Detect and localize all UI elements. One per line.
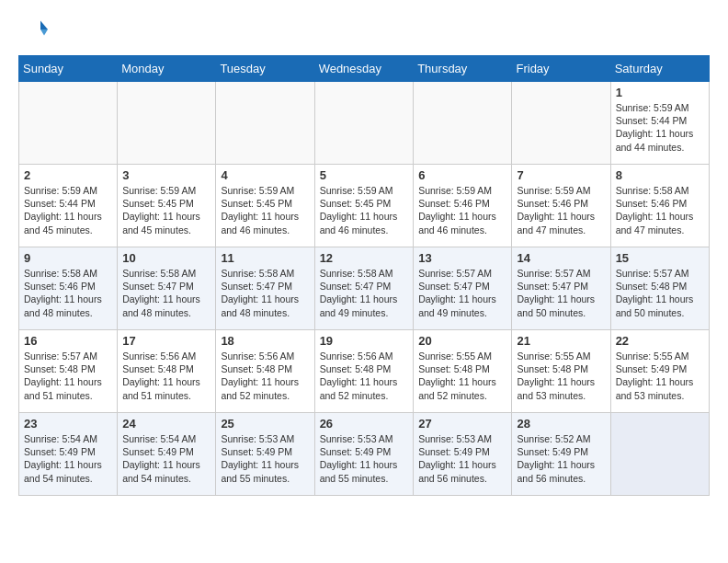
calendar-cell: 22Sunrise: 5:55 AM Sunset: 5:49 PM Dayli… [610,330,709,413]
day-number: 18 [221,334,309,348]
day-info: Sunrise: 5:56 AM Sunset: 5:48 PM Dayligh… [320,350,409,402]
day-number: 17 [122,334,210,348]
calendar-cell: 8Sunrise: 5:58 AM Sunset: 5:46 PM Daylig… [610,165,709,247]
day-info: Sunrise: 5:56 AM Sunset: 5:48 PM Dayligh… [122,350,210,402]
calendar-cell: 23Sunrise: 5:54 AM Sunset: 5:49 PM Dayli… [19,413,118,496]
calendar: SundayMondayTuesdayWednesdayThursdayFrid… [18,55,710,496]
day-number: 21 [517,334,605,348]
day-number: 9 [24,251,112,265]
day-number: 24 [122,417,210,431]
day-number: 5 [320,168,409,182]
week-row-3: 9Sunrise: 5:58 AM Sunset: 5:46 PM Daylig… [19,247,710,330]
day-info: Sunrise: 5:54 AM Sunset: 5:49 PM Dayligh… [24,432,112,485]
calendar-cell: 9Sunrise: 5:58 AM Sunset: 5:46 PM Daylig… [19,247,118,330]
day-header-wednesday: Wednesday [314,56,414,82]
calendar-cell: 10Sunrise: 5:58 AM Sunset: 5:47 PM Dayli… [118,247,216,330]
day-header-saturday: Saturday [610,56,709,82]
calendar-cell: 15Sunrise: 5:57 AM Sunset: 5:48 PM Dayli… [610,247,709,330]
day-header-friday: Friday [512,56,610,82]
day-info: Sunrise: 5:59 AM Sunset: 5:45 PM Dayligh… [320,184,409,236]
calendar-cell [512,82,610,165]
week-row-2: 2Sunrise: 5:59 AM Sunset: 5:44 PM Daylig… [19,165,710,247]
week-row-4: 16Sunrise: 5:57 AM Sunset: 5:48 PM Dayli… [19,330,710,413]
day-info: Sunrise: 5:58 AM Sunset: 5:47 PM Dayligh… [221,267,309,319]
calendar-cell: 12Sunrise: 5:58 AM Sunset: 5:47 PM Dayli… [314,247,414,330]
day-info: Sunrise: 5:55 AM Sunset: 5:48 PM Dayligh… [418,350,506,402]
day-header-sunday: Sunday [19,56,118,82]
day-number: 3 [122,168,210,182]
calendar-cell: 20Sunrise: 5:55 AM Sunset: 5:48 PM Dayli… [414,330,512,413]
day-number: 22 [616,334,704,348]
calendar-cell: 25Sunrise: 5:53 AM Sunset: 5:49 PM Dayli… [216,413,314,496]
calendar-cell: 27Sunrise: 5:53 AM Sunset: 5:49 PM Dayli… [414,413,512,496]
day-number: 23 [24,417,112,431]
day-number: 8 [616,168,704,182]
calendar-cell: 26Sunrise: 5:53 AM Sunset: 5:49 PM Dayli… [314,413,414,496]
day-header-monday: Monday [118,56,216,82]
calendar-cell [314,82,414,165]
day-info: Sunrise: 5:54 AM Sunset: 5:49 PM Dayligh… [122,432,210,485]
calendar-cell [118,82,216,165]
calendar-cell: 14Sunrise: 5:57 AM Sunset: 5:47 PM Dayli… [512,247,610,330]
calendar-cell: 2Sunrise: 5:59 AM Sunset: 5:44 PM Daylig… [19,165,118,247]
day-number: 20 [418,334,506,348]
logo [18,15,51,44]
day-info: Sunrise: 5:59 AM Sunset: 5:45 PM Dayligh… [221,184,309,236]
day-info: Sunrise: 5:59 AM Sunset: 5:46 PM Dayligh… [517,184,605,236]
calendar-cell: 3Sunrise: 5:59 AM Sunset: 5:45 PM Daylig… [118,165,216,247]
calendar-header-row: SundayMondayTuesdayWednesdayThursdayFrid… [19,56,710,82]
svg-marker-0 [40,20,48,29]
day-number: 28 [517,417,605,431]
day-number: 19 [320,334,409,348]
calendar-cell: 5Sunrise: 5:59 AM Sunset: 5:45 PM Daylig… [314,165,414,247]
day-number: 10 [122,251,210,265]
page-header [18,15,710,44]
week-row-1: 1Sunrise: 5:59 AM Sunset: 5:44 PM Daylig… [19,82,710,165]
day-number: 14 [517,251,605,265]
day-info: Sunrise: 5:53 AM Sunset: 5:49 PM Dayligh… [418,432,506,485]
day-number: 6 [418,168,506,182]
day-info: Sunrise: 5:58 AM Sunset: 5:47 PM Dayligh… [320,267,409,319]
day-number: 4 [221,168,309,182]
calendar-cell: 6Sunrise: 5:59 AM Sunset: 5:46 PM Daylig… [414,165,512,247]
calendar-cell: 28Sunrise: 5:52 AM Sunset: 5:49 PM Dayli… [512,413,610,496]
calendar-cell: 19Sunrise: 5:56 AM Sunset: 5:48 PM Dayli… [314,330,414,413]
day-number: 13 [418,251,506,265]
calendar-cell: 17Sunrise: 5:56 AM Sunset: 5:48 PM Dayli… [118,330,216,413]
day-info: Sunrise: 5:57 AM Sunset: 5:47 PM Dayligh… [517,267,605,319]
day-number: 15 [616,251,704,265]
calendar-cell [19,82,118,165]
week-row-5: 23Sunrise: 5:54 AM Sunset: 5:49 PM Dayli… [19,413,710,496]
day-info: Sunrise: 5:59 AM Sunset: 5:46 PM Dayligh… [418,184,506,236]
day-info: Sunrise: 5:52 AM Sunset: 5:49 PM Dayligh… [517,432,605,485]
day-info: Sunrise: 5:55 AM Sunset: 5:49 PM Dayligh… [616,350,704,402]
day-info: Sunrise: 5:59 AM Sunset: 5:44 PM Dayligh… [24,184,112,236]
day-header-tuesday: Tuesday [216,56,314,82]
day-info: Sunrise: 5:58 AM Sunset: 5:46 PM Dayligh… [24,267,112,319]
day-info: Sunrise: 5:53 AM Sunset: 5:49 PM Dayligh… [221,432,309,485]
day-info: Sunrise: 5:57 AM Sunset: 5:48 PM Dayligh… [24,350,112,402]
day-info: Sunrise: 5:56 AM Sunset: 5:48 PM Dayligh… [221,350,309,402]
day-number: 11 [221,251,309,265]
day-info: Sunrise: 5:59 AM Sunset: 5:45 PM Dayligh… [122,184,210,236]
calendar-cell: 18Sunrise: 5:56 AM Sunset: 5:48 PM Dayli… [216,330,314,413]
day-number: 2 [24,168,112,182]
calendar-cell: 11Sunrise: 5:58 AM Sunset: 5:47 PM Dayli… [216,247,314,330]
day-info: Sunrise: 5:53 AM Sunset: 5:49 PM Dayligh… [320,432,409,485]
calendar-cell: 1Sunrise: 5:59 AM Sunset: 5:44 PM Daylig… [610,82,709,165]
calendar-cell: 24Sunrise: 5:54 AM Sunset: 5:49 PM Dayli… [118,413,216,496]
day-info: Sunrise: 5:59 AM Sunset: 5:44 PM Dayligh… [616,101,704,154]
calendar-cell: 4Sunrise: 5:59 AM Sunset: 5:45 PM Daylig… [216,165,314,247]
day-info: Sunrise: 5:57 AM Sunset: 5:48 PM Dayligh… [616,267,704,319]
logo-icon [18,15,48,44]
day-info: Sunrise: 5:58 AM Sunset: 5:47 PM Dayligh… [122,267,210,319]
day-number: 7 [517,168,605,182]
calendar-cell: 13Sunrise: 5:57 AM Sunset: 5:47 PM Dayli… [414,247,512,330]
svg-marker-1 [40,29,48,35]
day-info: Sunrise: 5:57 AM Sunset: 5:47 PM Dayligh… [418,267,506,319]
calendar-cell: 7Sunrise: 5:59 AM Sunset: 5:46 PM Daylig… [512,165,610,247]
day-number: 1 [616,86,704,99]
day-info: Sunrise: 5:55 AM Sunset: 5:48 PM Dayligh… [517,350,605,402]
day-info: Sunrise: 5:58 AM Sunset: 5:46 PM Dayligh… [616,184,704,236]
calendar-cell: 21Sunrise: 5:55 AM Sunset: 5:48 PM Dayli… [512,330,610,413]
